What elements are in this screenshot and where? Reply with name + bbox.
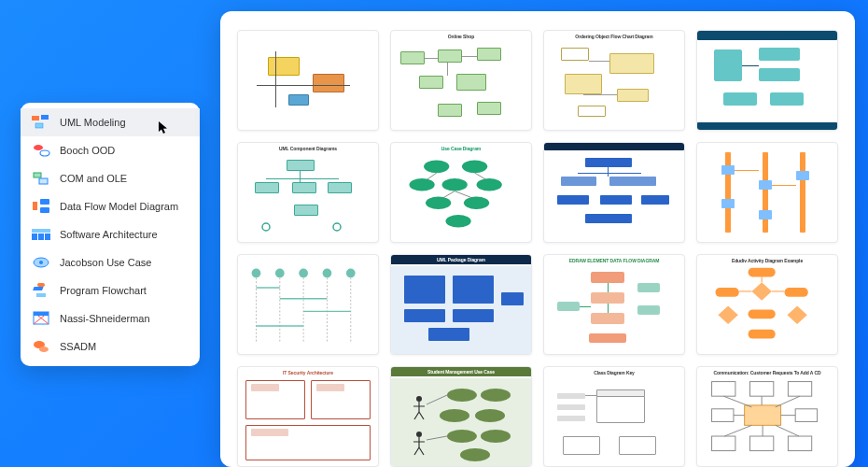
svg-point-21	[39, 347, 49, 352]
svg-rect-0	[32, 116, 39, 120]
sidebar-item-label: Data Flow Model Diagram	[60, 201, 189, 212]
svg-line-78	[723, 396, 751, 407]
template-card[interactable]: Class Diagram Key	[543, 366, 685, 467]
template-title: UML Component Diagrams	[238, 146, 378, 151]
svg-rect-16	[37, 283, 45, 287]
template-card[interactable]: Online Shop	[390, 30, 532, 131]
booch-icon	[32, 143, 50, 158]
sidebar-item-label: SSADM	[60, 341, 189, 352]
template-title: UML Package Diagram	[391, 255, 531, 264]
svg-rect-8	[40, 199, 49, 205]
template-card[interactable]: Student Management Use Case	[390, 366, 532, 467]
template-title: IT Security Architecture	[238, 370, 378, 375]
template-card[interactable]: Edudiv Activity Diagram Example	[696, 254, 838, 355]
svg-rect-52	[784, 288, 807, 297]
svg-point-25	[462, 161, 487, 174]
nassi-icon	[32, 311, 50, 326]
svg-point-4	[40, 150, 49, 156]
svg-rect-50	[749, 268, 776, 277]
sidebar-item-label: COM and OLE	[60, 173, 189, 184]
svg-line-32	[427, 173, 437, 179]
svg-point-31	[445, 215, 470, 228]
svg-line-83	[724, 425, 751, 436]
svg-rect-73	[712, 409, 734, 422]
svg-rect-5	[34, 173, 41, 177]
svg-line-33	[475, 173, 486, 179]
template-card[interactable]: Use Case Diagram	[390, 142, 532, 243]
template-title: Ordering Object Flow Chart Diagram	[544, 34, 684, 39]
template-card[interactable]: UML Package Diagram	[390, 254, 532, 355]
svg-line-34	[443, 191, 455, 198]
svg-rect-10	[32, 229, 50, 233]
template-title: EDRAW ELEMENT DATA FLOW DIAGRAM	[544, 258, 684, 263]
svg-line-80	[776, 396, 800, 407]
template-card[interactable]	[543, 142, 685, 243]
svg-line-68	[427, 436, 447, 440]
sidebar-item-com-ole[interactable]: COM and OLE	[21, 164, 200, 192]
comole-icon	[32, 171, 50, 186]
svg-rect-51	[715, 288, 738, 297]
architecture-icon	[32, 227, 50, 242]
svg-rect-74	[795, 409, 817, 422]
svg-point-28	[477, 178, 502, 191]
sidebar-item-label: Software Architecture	[60, 229, 189, 240]
svg-rect-75	[712, 436, 735, 451]
template-card[interactable]: Ordering Object Flow Chart Diagram	[543, 30, 685, 131]
svg-point-61	[481, 389, 511, 402]
sidebar-item-label: Program Flowchart	[60, 285, 189, 296]
svg-point-26	[409, 178, 434, 191]
sidebar-item-label: Nassi-Shneiderman	[60, 313, 189, 324]
sidebar-item-uml-modeling[interactable]: UML Modeling	[21, 108, 200, 136]
svg-point-27	[442, 178, 468, 191]
template-card[interactable]	[237, 254, 379, 355]
svg-rect-1	[41, 115, 49, 120]
sidebar-item-program-flowchart[interactable]: Program Flowchart	[21, 276, 200, 304]
sidebar-item-label: UML Modeling	[60, 117, 189, 128]
svg-rect-9	[40, 207, 49, 213]
svg-point-39	[323, 269, 332, 278]
svg-point-3	[34, 145, 43, 150]
template-card[interactable]	[696, 30, 838, 131]
template-card[interactable]	[696, 142, 838, 243]
template-title: Class Diagram Key	[544, 370, 684, 375]
svg-rect-11	[32, 234, 37, 240]
template-card[interactable]: UML Component Diagrams	[237, 142, 379, 243]
sidebar-item-booch-ood[interactable]: Booch OOD	[21, 136, 200, 164]
uml-icon	[32, 115, 50, 130]
svg-point-37	[275, 269, 285, 278]
svg-point-30	[464, 196, 489, 209]
svg-rect-70	[749, 382, 773, 397]
sidebar-item-ssadm[interactable]: SSADM	[21, 333, 200, 361]
sidebar-item-label: Jacobson Use Case	[60, 257, 189, 268]
svg-point-58	[416, 396, 422, 402]
svg-point-36	[252, 269, 261, 278]
sidebar-item-software-arch[interactable]: Software Architecture	[21, 220, 200, 248]
svg-point-38	[299, 269, 308, 278]
sidebar-item-jacobson[interactable]: Jacobson Use Case	[21, 248, 200, 276]
template-gallery-grid: Online Shop Ordering Object Flow Chart D…	[237, 30, 838, 467]
svg-point-63	[475, 409, 505, 422]
svg-rect-72	[745, 405, 781, 425]
svg-point-29	[426, 196, 451, 209]
sidebar-item-nassi[interactable]: Nassi-Shneiderman	[21, 304, 200, 333]
sidebar-item-label: Booch OOD	[60, 145, 189, 156]
template-card[interactable]: Communication: Customer Requests To Add …	[696, 366, 838, 467]
template-card[interactable]: EDRAW ELEMENT DATA FLOW DIAGRAM	[543, 254, 685, 355]
svg-rect-69	[712, 382, 735, 397]
svg-rect-19	[34, 312, 49, 316]
svg-rect-53	[749, 309, 776, 318]
svg-rect-71	[788, 382, 811, 397]
jacobson-icon	[32, 255, 50, 270]
svg-rect-76	[749, 436, 773, 451]
svg-line-67	[427, 395, 447, 404]
sidebar-item-data-flow[interactable]: Data Flow Model Diagram	[21, 192, 200, 220]
template-title: Online Shop	[391, 34, 531, 39]
svg-point-64	[447, 430, 477, 443]
template-card[interactable]: IT Security Architecture	[237, 366, 379, 467]
svg-line-35	[455, 191, 471, 198]
template-title: Student Management Use Case	[391, 367, 531, 376]
template-card[interactable]	[237, 30, 379, 131]
diagram-type-sidebar: UML Modeling Booch OOD COM and OLE	[21, 103, 200, 366]
svg-rect-17	[36, 293, 46, 297]
svg-point-62	[440, 409, 469, 422]
